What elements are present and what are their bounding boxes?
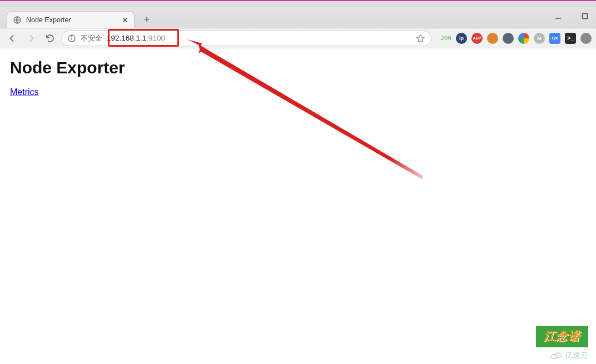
extension-abp-icon[interactable]: ABP	[471, 33, 483, 44]
close-icon[interactable]: ✕	[121, 16, 130, 24]
extension-google-icon[interactable]	[518, 33, 529, 44]
maximize-button[interactable]	[577, 11, 593, 22]
extension-translate-icon[interactable]: Gx	[549, 33, 560, 44]
extension-m-icon[interactable]: M	[534, 33, 545, 44]
address-bar[interactable]: 不安全 192.168.1.1:9100	[61, 31, 431, 46]
page-content: Node Exporter Metrics	[0, 48, 596, 364]
extension-last-icon[interactable]	[580, 33, 592, 44]
extension-terminal-icon[interactable]: >_	[565, 33, 576, 44]
extensions-area: 200 ip ABP M Gx >_	[440, 33, 592, 44]
globe-icon	[13, 16, 22, 24]
metrics-link[interactable]: Metrics	[10, 87, 39, 97]
url-host: 192.168.1.1	[107, 34, 146, 42]
browser-toolbar: 不安全 192.168.1.1:9100 200 ip ABP M Gx >_	[0, 28, 596, 48]
extension-ip-icon[interactable]: ip	[456, 33, 467, 44]
url-text: 192.168.1.1:9100	[107, 34, 165, 42]
watermark-signature: 江念诺	[536, 326, 588, 347]
status-code-badge: 200	[440, 34, 451, 42]
browser-tab[interactable]: Node Exporter ✕	[7, 11, 135, 28]
url-port: :9100	[146, 34, 165, 42]
extension-orange-icon[interactable]	[487, 33, 498, 44]
security-label: 不安全	[81, 33, 102, 43]
forward-button[interactable]	[23, 31, 39, 46]
bookmark-star-icon[interactable]	[415, 33, 425, 43]
window-titlebar	[0, 0, 596, 7]
reload-button[interactable]	[42, 31, 58, 46]
svg-point-8	[551, 354, 558, 358]
watermark-brand: 亿速云	[550, 351, 588, 361]
minimize-button[interactable]	[550, 11, 566, 22]
tab-title: Node Exporter	[26, 16, 121, 24]
svg-point-5	[71, 36, 72, 37]
extension-grey-icon[interactable]	[503, 33, 514, 44]
svg-point-9	[555, 353, 562, 357]
window-controls	[550, 11, 593, 22]
new-tab-button[interactable]: +	[139, 12, 155, 27]
back-button[interactable]	[4, 31, 20, 46]
svg-rect-2	[583, 14, 588, 19]
page-title: Node Exporter	[10, 58, 592, 77]
tab-strip: Node Exporter ✕ +	[0, 7, 596, 28]
watermark-brand-text: 亿速云	[565, 351, 588, 361]
info-icon[interactable]	[67, 34, 76, 43]
